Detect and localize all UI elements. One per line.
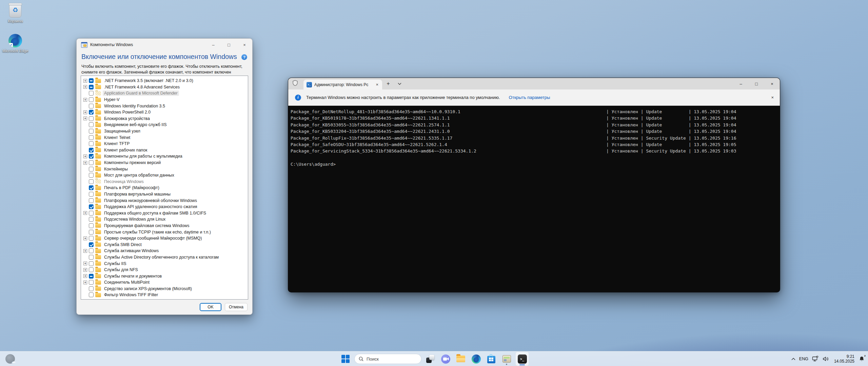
feature-checkbox[interactable] <box>89 185 94 190</box>
taskbar-search[interactable]: Поиск <box>354 354 421 364</box>
feature-checkbox[interactable] <box>89 116 94 121</box>
tree-item[interactable]: +Клиент Telnet <box>81 134 248 141</box>
feature-checkbox[interactable] <box>89 122 94 127</box>
expand-toggle-icon[interactable]: + <box>83 274 87 278</box>
open-settings-link[interactable]: Открыть параметры <box>509 95 550 100</box>
store-button[interactable] <box>485 352 498 366</box>
expand-toggle-icon[interactable]: + <box>83 155 87 158</box>
banner-close-icon[interactable]: × <box>771 95 774 100</box>
feature-checkbox[interactable] <box>89 204 94 209</box>
tree-item[interactable]: +Защищенный узел <box>81 128 248 135</box>
tree-item[interactable]: +Компоненты прежних версий <box>81 160 248 166</box>
feature-checkbox[interactable] <box>89 148 94 152</box>
expand-toggle-icon[interactable]: + <box>83 79 87 83</box>
close-button[interactable]: × <box>237 39 252 51</box>
tree-item[interactable]: +Компоненты для работы с мультимедиа <box>81 153 248 160</box>
feature-checkbox[interactable] <box>89 104 94 108</box>
features-tree[interactable]: +.NET Framework 3.5 (включает .NET 2.0 и… <box>81 76 248 300</box>
feature-checkbox[interactable] <box>89 261 94 266</box>
feature-checkbox[interactable] <box>89 236 94 241</box>
tray-chevron-up-icon[interactable] <box>791 358 795 360</box>
expand-toggle-icon[interactable]: + <box>83 268 87 272</box>
tree-item[interactable]: +Печать в PDF (Майкрософт) <box>81 185 248 191</box>
cancel-button[interactable]: Отмена <box>225 303 248 311</box>
tree-item[interactable]: +Простые службы TCPIP (такие как echo, d… <box>81 229 248 235</box>
feature-checkbox[interactable] <box>89 280 94 285</box>
expand-toggle-icon[interactable]: + <box>83 281 87 284</box>
tab-dropdown-button[interactable] <box>394 78 405 89</box>
feature-checkbox[interactable] <box>89 173 94 178</box>
clock[interactable]: 9:21 14.05.2025 <box>834 354 854 364</box>
tree-item[interactable]: +Мост для центра обработки данных <box>81 172 248 179</box>
feature-checkbox[interactable] <box>89 110 94 115</box>
maximize-button[interactable]: □ <box>221 39 237 51</box>
feature-checkbox[interactable] <box>89 179 94 184</box>
volume-icon[interactable] <box>823 356 829 362</box>
feature-checkbox[interactable] <box>89 242 94 247</box>
tree-item[interactable]: +.NET Framework 3.5 (включает .NET 2.0 и… <box>81 78 248 84</box>
tree-item[interactable]: +.NET Framework 4.8 Advanced Services <box>81 84 248 90</box>
feature-checkbox[interactable] <box>89 192 94 197</box>
tree-item[interactable]: +Внедряемое веб-ядро служб IIS <box>81 122 248 128</box>
terminal-taskbar-button[interactable]: >_ <box>515 352 529 366</box>
desktop-icon-microsoft-edge[interactable]: ↗ Microsoft Edge <box>2 34 28 53</box>
tree-item[interactable]: +Служба SMB Direct <box>81 241 248 248</box>
tree-item[interactable]: +Windows PowerShell 2.0 <box>81 109 248 116</box>
feature-checkbox[interactable] <box>89 135 94 140</box>
feature-checkbox[interactable] <box>89 129 94 134</box>
feature-checkbox[interactable] <box>89 255 94 260</box>
tree-item[interactable]: +Службы печати и документов <box>81 273 248 279</box>
tree-item[interactable]: +Службы для NFS <box>81 267 248 273</box>
edge-button[interactable] <box>470 352 482 366</box>
feature-checkbox[interactable] <box>89 248 94 253</box>
feature-checkbox[interactable] <box>89 211 94 216</box>
tree-item[interactable]: +Службы Active Directory облегченного до… <box>81 254 248 261</box>
tree-item[interactable]: +Проецируемая файловая система Windows <box>81 223 248 229</box>
expand-toggle-icon[interactable]: + <box>83 211 87 215</box>
notification-bell-icon[interactable]: z <box>859 356 865 362</box>
tree-item[interactable]: +Песочница Windows <box>81 179 248 185</box>
terminal-titlebar[interactable]: >_ Администратор: Windows Pc × + – □ × <box>288 78 780 89</box>
feature-checkbox[interactable] <box>89 160 94 165</box>
new-tab-button[interactable]: + <box>382 78 394 89</box>
network-icon[interactable] <box>812 356 819 362</box>
close-button[interactable]: × <box>764 78 780 89</box>
language-indicator[interactable]: ENG <box>799 357 808 361</box>
feature-checkbox[interactable] <box>89 167 94 171</box>
tree-item[interactable]: +Поддержка общего доступа к файлам SMB 1… <box>81 210 248 216</box>
tab-close-icon[interactable]: × <box>375 82 379 87</box>
desktop-icon-recycle-bin[interactable]: ♻ Корзина <box>2 3 28 23</box>
file-explorer-button[interactable] <box>454 352 467 366</box>
tree-item[interactable]: +Windows Identity Foundation 3.5 <box>81 103 248 109</box>
tree-item[interactable]: +Клиент рабочих папок <box>81 147 248 154</box>
tree-item[interactable]: +Hyper-V <box>81 97 248 103</box>
feature-checkbox[interactable] <box>89 85 94 89</box>
tree-item[interactable]: +Платформа низкоуровневой оболочки Windo… <box>81 197 248 204</box>
expand-toggle-icon[interactable]: + <box>83 249 87 253</box>
dialog-titlebar[interactable]: Компоненты Windows – □ × <box>77 39 252 51</box>
start-button[interactable] <box>339 352 352 365</box>
feature-checkbox[interactable] <box>89 267 94 272</box>
tree-item[interactable]: +Блокировка устройства <box>81 116 248 122</box>
task-view-button[interactable] <box>424 352 437 366</box>
tree-item[interactable]: +Платформа виртуальной машины <box>81 191 248 198</box>
tree-item[interactable]: +Службы IIS <box>81 260 248 267</box>
tree-item[interactable]: +Сервер очереди сообщений Майкрософт (MS… <box>81 235 248 242</box>
ok-button[interactable]: OK <box>200 303 221 311</box>
feature-checkbox[interactable] <box>89 141 94 146</box>
feature-checkbox[interactable] <box>89 230 94 235</box>
expand-toggle-icon[interactable]: + <box>83 110 87 114</box>
tree-item[interactable]: +Служба активации Windows <box>81 248 248 254</box>
feature-checkbox[interactable] <box>89 97 94 102</box>
tree-item[interactable]: +Клиент TFTP <box>81 141 248 147</box>
expand-toggle-icon[interactable]: + <box>83 98 87 102</box>
feature-checkbox[interactable] <box>89 154 94 159</box>
feature-checkbox[interactable] <box>89 274 94 279</box>
maximize-button[interactable]: □ <box>749 78 764 89</box>
help-icon[interactable]: ? <box>241 54 247 60</box>
tree-item[interactable]: +Application Guard в Microsoft Defender <box>81 90 248 97</box>
widgets-button[interactable]: ☁ <box>5 354 15 364</box>
feature-checkbox[interactable] <box>89 217 94 222</box>
terminal-tab[interactable]: >_ Администратор: Windows Pc × <box>303 80 382 89</box>
feature-checkbox[interactable] <box>89 292 94 297</box>
